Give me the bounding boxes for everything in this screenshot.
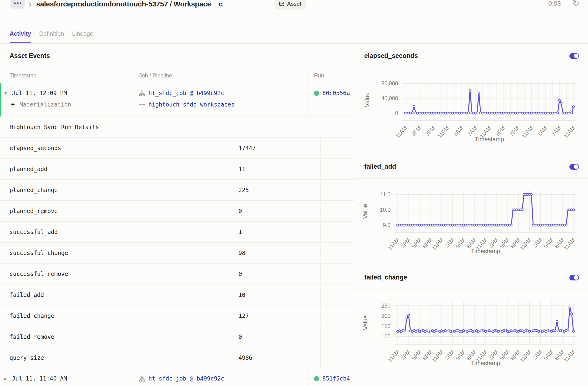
svg-text:11PM: 11PM: [521, 125, 534, 139]
events-table-header: Timestamp Job / Pipeline Run: [0, 68, 354, 83]
section-title: Asset Events: [0, 43, 354, 68]
svg-text:5PM: 5PM: [411, 237, 422, 250]
svg-text:5PM: 5PM: [498, 237, 510, 250]
failed-add-chart: 9.010.011.011AM2PM5PM8PM11PM2AM5AM8AM11A…: [354, 179, 588, 266]
asset-badge-label: Asset: [287, 0, 301, 7]
tab-activity[interactable]: Activity: [10, 14, 31, 43]
detail-key: query_size: [0, 347, 231, 368]
detail-row: planned_change225: [0, 180, 354, 201]
detail-key: successful_remove: [0, 263, 231, 284]
svg-text:5PM: 5PM: [411, 349, 422, 362]
svg-text:3AM: 3AM: [536, 125, 548, 137]
svg-text:Timestamp: Timestamp: [471, 360, 500, 366]
run-status-dot: [314, 376, 319, 381]
svg-text:Timestamp: Timestamp: [475, 136, 504, 143]
svg-text:7AM: 7AM: [550, 125, 562, 137]
svg-text:2PM: 2PM: [487, 237, 499, 250]
pipeline-link[interactable]: hightouch_sfdc_workspaces: [148, 101, 234, 108]
svg-text:11.0: 11.0: [380, 191, 391, 197]
job-icon: [139, 376, 148, 382]
collapse-caret-icon[interactable]: ▾: [4, 90, 12, 96]
refresh-timer: 0:03: [548, 0, 561, 7]
svg-text:80,000: 80,000: [381, 80, 398, 86]
toggle-knob: [574, 164, 578, 169]
asset-details-page: salesforceproductiondonottouch-53757 / W…: [0, 0, 588, 386]
metric-toggle[interactable]: [569, 53, 579, 59]
svg-text:5AM: 5AM: [454, 237, 466, 250]
svg-text:11PM: 11PM: [431, 237, 444, 251]
svg-text:Value: Value: [362, 204, 369, 219]
metric-name: failed_add: [364, 163, 396, 170]
detail-row: successful_add1: [0, 222, 354, 243]
dot-icon: [20, 2, 21, 4]
svg-text:11AM: 11AM: [563, 237, 576, 251]
svg-text:5PM: 5PM: [498, 349, 510, 362]
svg-text:100: 100: [381, 333, 391, 340]
svg-text:0: 0: [395, 110, 398, 116]
run-id-link[interactable]: 851f5cb4: [322, 375, 350, 382]
detail-value: 98: [231, 243, 320, 263]
metric-header-failed-add: failed_add: [354, 155, 588, 179]
svg-text:2PM: 2PM: [487, 349, 499, 362]
svg-text:11AM: 11AM: [387, 349, 400, 363]
svg-text:7PM: 7PM: [508, 125, 520, 137]
svg-text:11AM: 11AM: [387, 237, 400, 251]
svg-text:3PM: 3PM: [410, 125, 422, 137]
column-header-timestamp: Timestamp: [0, 68, 128, 83]
detail-value: 0: [231, 326, 320, 347]
metric-name: failed_change: [364, 274, 407, 281]
svg-text:2AM: 2AM: [531, 237, 543, 250]
detail-row: planned_add11: [0, 159, 354, 180]
expand-caret-icon[interactable]: ▸: [4, 376, 12, 382]
detail-key: planned_add: [0, 159, 231, 179]
tab-bar: Activity Definition Lineage: [0, 14, 588, 43]
svg-text:200: 200: [381, 313, 391, 319]
detail-key: planned_change: [0, 180, 231, 200]
chevron-right-icon: [28, 1, 32, 8]
dot-icon: [17, 2, 19, 4]
svg-text:11AM: 11AM: [394, 125, 408, 139]
detail-row: failed_change127: [0, 305, 354, 326]
details-title: Hightouch Sync Run Details: [0, 117, 354, 138]
sensor-icon: [139, 102, 148, 108]
breadcrumb-overflow-button[interactable]: [10, 0, 25, 9]
page-title: salesforceproductiondonottouch-53757 / W…: [36, 0, 223, 8]
detail-value: 4986: [231, 347, 320, 368]
metric-toggle[interactable]: [569, 275, 579, 280]
svg-text:10.0: 10.0: [380, 207, 391, 213]
event-timestamp: Jul 11, 11:40 AM: [12, 375, 67, 382]
svg-text:2AM: 2AM: [443, 237, 455, 250]
svg-text:Value: Value: [364, 92, 370, 107]
tab-definition[interactable]: Definition: [39, 14, 64, 43]
tab-lineage[interactable]: Lineage: [72, 14, 93, 43]
detail-row: successful_change98: [0, 243, 354, 263]
breadcrumb: salesforceproductiondonottouch-53757 / W…: [0, 0, 588, 14]
metric-toggle[interactable]: [569, 164, 579, 170]
asset-events-panel: Asset Events Timestamp Job / Pipeline Ru…: [0, 43, 354, 386]
svg-text:11PM: 11PM: [437, 125, 450, 139]
svg-text:11AM: 11AM: [563, 125, 576, 139]
job-link[interactable]: ht_sfdc_job @ b499c92c: [148, 90, 224, 96]
run-id-link[interactable]: 80c0556a: [322, 90, 350, 96]
svg-text:5AM: 5AM: [542, 349, 554, 362]
event-type-label: Materialization: [20, 101, 71, 108]
refresh-icon[interactable]: ↻: [572, 0, 579, 8]
detail-value: 1: [231, 222, 320, 242]
metric-header-failed-change: failed_change: [354, 266, 588, 290]
detail-key: elapsed_seconds: [0, 138, 231, 158]
svg-text:11PM: 11PM: [519, 237, 532, 251]
detail-key: failed_add: [0, 284, 231, 305]
detail-row: failed_remove0: [0, 326, 354, 347]
dot-icon: [14, 2, 16, 4]
svg-text:2AM: 2AM: [443, 349, 455, 362]
event-row-collapsed: ▸ Jul 11, 11:40 AM ✦ Materialization: [0, 368, 354, 386]
event-row-expanded: ▾ Jul 11, 12:09 PM ✦ Materialization: [0, 83, 354, 117]
svg-text:Timestamp: Timestamp: [471, 248, 500, 255]
svg-text:3PM: 3PM: [494, 125, 506, 137]
toggle-knob: [574, 54, 578, 58]
svg-text:3AM: 3AM: [452, 125, 464, 137]
job-link[interactable]: ht_sfdc_job @ b499c92c: [148, 375, 224, 382]
svg-text:150: 150: [381, 323, 391, 329]
detail-value: 0: [231, 263, 320, 284]
detail-value: 0: [231, 201, 320, 221]
